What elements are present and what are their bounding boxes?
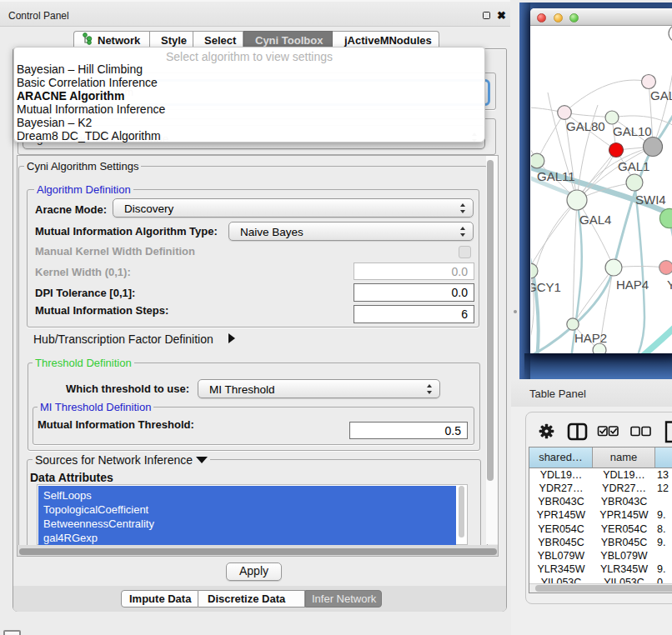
svg-text:GAL1: GAL1 (618, 159, 649, 173)
svg-text:Y: Y (667, 278, 672, 292)
svg-text:GCY1: GCY1 (531, 280, 561, 294)
svg-text:SWI4: SWI4 (635, 192, 666, 207)
svg-text:GAL80: GAL80 (566, 119, 605, 133)
svg-text:GAL11: GAL11 (537, 169, 575, 183)
svg-text:GAL4: GAL4 (579, 212, 611, 227)
svg-text:HAP2: HAP2 (574, 331, 607, 345)
svg-text:HAP4: HAP4 (616, 278, 649, 292)
svg-text:GAL: GAL (650, 88, 672, 102)
svg-text:GAL10: GAL10 (613, 124, 652, 138)
